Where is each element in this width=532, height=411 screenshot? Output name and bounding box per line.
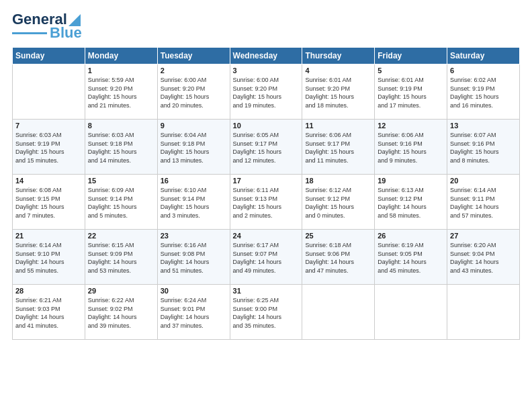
cell-content: Sunrise: 6:00 AM Sunset: 9:20 PM Dayligh… [161, 76, 227, 109]
day-number: 3 [233, 66, 300, 75]
calendar-cell: 5Sunrise: 6:01 AM Sunset: 9:19 PM Daylig… [375, 64, 447, 120]
logo-underline [12, 32, 47, 34]
cell-content: Sunrise: 6:17 AM Sunset: 9:07 PM Dayligh… [233, 241, 300, 275]
calendar-cell: 10Sunrise: 6:05 AM Sunset: 9:17 PM Dayli… [230, 120, 302, 175]
day-number: 13 [450, 122, 517, 130]
calendar-cell: 28Sunrise: 6:21 AM Sunset: 9:03 PM Dayli… [13, 285, 85, 340]
cell-content: Sunrise: 6:18 AM Sunset: 9:06 PM Dayligh… [305, 241, 371, 275]
day-number: 25 [305, 232, 371, 240]
cell-content: Sunrise: 6:25 AM Sunset: 9:00 PM Dayligh… [233, 296, 300, 330]
day-number: 10 [233, 122, 300, 130]
cell-content: Sunrise: 6:00 AM Sunset: 9:20 PM Dayligh… [233, 76, 300, 109]
calendar-cell: 14Sunrise: 6:08 AM Sunset: 9:15 PM Dayli… [13, 175, 85, 230]
cell-content: Sunrise: 5:59 AM Sunset: 9:20 PM Dayligh… [88, 76, 154, 109]
day-number: 2 [161, 66, 227, 75]
week-row-1: 7Sunrise: 6:03 AM Sunset: 9:19 PM Daylig… [13, 120, 520, 175]
calendar-cell: 7Sunrise: 6:03 AM Sunset: 9:19 PM Daylig… [13, 120, 85, 175]
calendar-cell: 18Sunrise: 6:12 AM Sunset: 9:12 PM Dayli… [302, 175, 375, 230]
calendar-cell [447, 285, 520, 340]
day-number: 9 [161, 122, 227, 130]
day-number: 8 [88, 122, 154, 130]
calendar-cell: 1Sunrise: 5:59 AM Sunset: 9:20 PM Daylig… [85, 64, 157, 120]
cell-content: Sunrise: 6:16 AM Sunset: 9:08 PM Dayligh… [161, 241, 227, 275]
calendar-cell: 8Sunrise: 6:03 AM Sunset: 9:18 PM Daylig… [85, 120, 157, 175]
day-number: 7 [15, 122, 82, 130]
calendar-cell: 20Sunrise: 6:14 AM Sunset: 9:11 PM Dayli… [447, 175, 520, 230]
calendar-cell: 12Sunrise: 6:06 AM Sunset: 9:16 PM Dayli… [375, 120, 447, 175]
weekday-header-sunday: Sunday [13, 48, 85, 64]
cell-content: Sunrise: 6:04 AM Sunset: 9:18 PM Dayligh… [161, 131, 227, 165]
logo-blue: Blue [50, 26, 82, 40]
day-number: 6 [450, 66, 517, 75]
calendar-cell: 2Sunrise: 6:00 AM Sunset: 9:20 PM Daylig… [157, 64, 230, 120]
calendar-cell: 27Sunrise: 6:20 AM Sunset: 9:04 PM Dayli… [447, 230, 520, 285]
day-number: 22 [88, 232, 154, 240]
calendar-cell: 3Sunrise: 6:00 AM Sunset: 9:20 PM Daylig… [230, 64, 302, 120]
calendar-cell: 15Sunrise: 6:09 AM Sunset: 9:14 PM Dayli… [85, 175, 157, 230]
cell-content: Sunrise: 6:22 AM Sunset: 9:02 PM Dayligh… [88, 296, 154, 330]
day-number: 27 [450, 232, 517, 240]
cell-content: Sunrise: 6:07 AM Sunset: 9:16 PM Dayligh… [450, 131, 517, 165]
cell-content: Sunrise: 6:10 AM Sunset: 9:14 PM Dayligh… [161, 186, 227, 220]
calendar-cell: 16Sunrise: 6:10 AM Sunset: 9:14 PM Dayli… [157, 175, 230, 230]
calendar-cell: 22Sunrise: 6:15 AM Sunset: 9:09 PM Dayli… [85, 230, 157, 285]
day-number: 23 [161, 232, 227, 240]
calendar-cell [13, 64, 85, 120]
day-number: 24 [233, 232, 300, 240]
calendar-cell: 26Sunrise: 6:19 AM Sunset: 9:05 PM Dayli… [375, 230, 447, 285]
cell-content: Sunrise: 6:11 AM Sunset: 9:13 PM Dayligh… [233, 186, 300, 220]
day-number: 31 [233, 287, 300, 295]
cell-content: Sunrise: 6:06 AM Sunset: 9:16 PM Dayligh… [378, 131, 444, 165]
cell-content: Sunrise: 6:14 AM Sunset: 9:11 PM Dayligh… [450, 186, 517, 220]
cell-content: Sunrise: 6:15 AM Sunset: 9:09 PM Dayligh… [88, 241, 154, 275]
day-number: 12 [378, 122, 444, 130]
day-number: 26 [378, 232, 444, 240]
day-number: 11 [305, 122, 371, 130]
calendar-cell [375, 285, 447, 340]
calendar-cell: 24Sunrise: 6:17 AM Sunset: 9:07 PM Dayli… [230, 230, 302, 285]
weekday-header-monday: Monday [85, 48, 157, 64]
cell-content: Sunrise: 6:12 AM Sunset: 9:12 PM Dayligh… [305, 186, 371, 220]
weekday-header-thursday: Thursday [302, 48, 375, 64]
cell-content: Sunrise: 6:24 AM Sunset: 9:01 PM Dayligh… [161, 296, 227, 330]
calendar-cell: 31Sunrise: 6:25 AM Sunset: 9:00 PM Dayli… [230, 285, 302, 340]
week-row-2: 14Sunrise: 6:08 AM Sunset: 9:15 PM Dayli… [13, 175, 520, 230]
day-number: 17 [233, 177, 300, 185]
weekday-header-saturday: Saturday [447, 48, 520, 64]
cell-content: Sunrise: 6:03 AM Sunset: 9:19 PM Dayligh… [15, 131, 82, 165]
day-number: 30 [161, 287, 227, 295]
cell-content: Sunrise: 6:13 AM Sunset: 9:12 PM Dayligh… [378, 186, 444, 220]
cell-content: Sunrise: 6:20 AM Sunset: 9:04 PM Dayligh… [450, 241, 517, 275]
calendar-cell: 4Sunrise: 6:01 AM Sunset: 9:20 PM Daylig… [302, 64, 375, 120]
day-number: 16 [161, 177, 227, 185]
day-number: 4 [305, 66, 371, 75]
calendar-cell: 25Sunrise: 6:18 AM Sunset: 9:06 PM Dayli… [302, 230, 375, 285]
cell-content: Sunrise: 6:21 AM Sunset: 9:03 PM Dayligh… [15, 296, 82, 330]
weekday-header-friday: Friday [375, 48, 447, 64]
logo: General Blue [12, 12, 82, 40]
calendar-cell: 17Sunrise: 6:11 AM Sunset: 9:13 PM Dayli… [230, 175, 302, 230]
weekday-header-row: SundayMondayTuesdayWednesdayThursdayFrid… [13, 48, 520, 64]
calendar-cell: 21Sunrise: 6:14 AM Sunset: 9:10 PM Dayli… [13, 230, 85, 285]
cell-content: Sunrise: 6:01 AM Sunset: 9:19 PM Dayligh… [378, 76, 444, 109]
weekday-header-wednesday: Wednesday [230, 48, 302, 64]
cell-content: Sunrise: 6:06 AM Sunset: 9:17 PM Dayligh… [305, 131, 371, 165]
cell-content: Sunrise: 6:03 AM Sunset: 9:18 PM Dayligh… [88, 131, 154, 165]
cell-content: Sunrise: 6:05 AM Sunset: 9:17 PM Dayligh… [233, 131, 300, 165]
cell-content: Sunrise: 6:09 AM Sunset: 9:14 PM Dayligh… [88, 186, 154, 220]
page: General Blue SundayMondayTuesdayWednesda… [0, 0, 532, 347]
calendar-cell: 30Sunrise: 6:24 AM Sunset: 9:01 PM Dayli… [157, 285, 230, 340]
cell-content: Sunrise: 6:01 AM Sunset: 9:20 PM Dayligh… [305, 76, 371, 109]
calendar-cell: 23Sunrise: 6:16 AM Sunset: 9:08 PM Dayli… [157, 230, 230, 285]
header: General Blue [12, 12, 520, 40]
calendar-cell: 19Sunrise: 6:13 AM Sunset: 9:12 PM Dayli… [375, 175, 447, 230]
day-number: 1 [88, 66, 154, 75]
calendar-cell [302, 285, 375, 340]
week-row-4: 28Sunrise: 6:21 AM Sunset: 9:03 PM Dayli… [13, 285, 520, 340]
day-number: 29 [88, 287, 154, 295]
cell-content: Sunrise: 6:14 AM Sunset: 9:10 PM Dayligh… [15, 241, 82, 275]
day-number: 5 [378, 66, 444, 75]
day-number: 18 [305, 177, 371, 185]
calendar-cell: 9Sunrise: 6:04 AM Sunset: 9:18 PM Daylig… [157, 120, 230, 175]
day-number: 20 [450, 177, 517, 185]
